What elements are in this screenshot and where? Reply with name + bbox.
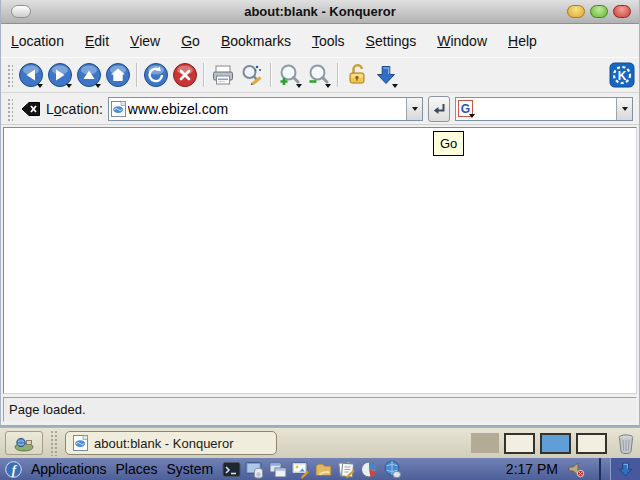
zoom-out-dropdown-arrow[interactable] xyxy=(325,84,331,88)
page-content-blank[interactable] xyxy=(3,127,637,394)
reload-button[interactable] xyxy=(141,61,170,90)
up-button[interactable] xyxy=(74,61,103,90)
lock-icon xyxy=(344,62,370,88)
workspace-pager xyxy=(471,433,607,454)
search-dropdown-button[interactable] xyxy=(616,98,632,120)
print-button[interactable] xyxy=(208,61,237,90)
toolbar-drag-handle[interactable] xyxy=(6,63,13,87)
menu-window[interactable]: Window xyxy=(437,33,487,49)
back-dropdown-arrow[interactable] xyxy=(37,84,43,88)
page-favicon-icon xyxy=(111,101,126,117)
forward-dropdown-arrow[interactable] xyxy=(66,84,72,88)
reload-icon xyxy=(143,62,169,88)
minimize-button[interactable] xyxy=(567,5,585,18)
menu-edit[interactable]: Edit xyxy=(85,33,109,49)
menu-view[interactable]: View xyxy=(130,33,160,49)
panel-separator xyxy=(599,458,601,480)
blue-down-arrow-icon xyxy=(616,460,635,479)
url-dropdown-button[interactable] xyxy=(406,98,422,120)
close-button[interactable] xyxy=(613,5,631,18)
menu-places[interactable]: Places xyxy=(116,461,158,477)
home-button[interactable] xyxy=(103,61,132,90)
window-title: about:blank - Konqueror xyxy=(1,4,639,19)
disk-usage-icon[interactable] xyxy=(360,460,379,479)
enter-arrow-icon xyxy=(431,101,447,117)
home-icon xyxy=(105,62,131,88)
taskbar: about:blank - Konqueror xyxy=(0,427,640,458)
clear-location-button[interactable] xyxy=(21,101,41,117)
task-button-label: about:blank - Konqueror xyxy=(94,436,233,451)
download-dropdown-arrow[interactable] xyxy=(392,84,398,88)
file-manager-icon[interactable] xyxy=(314,460,333,479)
locationbar-drag-handle[interactable] xyxy=(6,97,13,121)
menu-system[interactable]: System xyxy=(167,461,214,477)
statusbar: Page loaded. xyxy=(3,397,637,422)
search-input[interactable] xyxy=(474,99,616,119)
workspace-3-active[interactable] xyxy=(540,433,571,454)
svg-text:K: K xyxy=(618,69,627,83)
kde-gear-icon[interactable]: K xyxy=(609,62,635,88)
toolbar-separator xyxy=(203,63,204,87)
konqueror-task-icon xyxy=(73,435,88,451)
url-combobox[interactable] xyxy=(108,97,423,121)
up-dropdown-arrow[interactable] xyxy=(95,84,101,88)
chevron-down-icon xyxy=(412,107,418,111)
terminal-icon[interactable] xyxy=(222,460,241,479)
web-browser-icon[interactable] xyxy=(383,460,402,479)
search-engine-icon[interactable]: G xyxy=(458,100,473,117)
screenshot-tool-icon[interactable] xyxy=(291,460,310,479)
zoom-out-button[interactable] xyxy=(304,61,333,90)
find-button[interactable] xyxy=(237,61,266,90)
go-button[interactable] xyxy=(428,96,450,122)
show-desktop-icon xyxy=(14,435,34,452)
trash-icon[interactable] xyxy=(617,433,635,454)
toolbar-separator xyxy=(270,63,271,87)
go-button-tooltip: Go xyxy=(433,131,464,156)
gnome-panel: f Applications Places System 2:17 PM xyxy=(0,458,640,480)
text-editor-icon[interactable] xyxy=(337,460,356,479)
workspace-2[interactable] xyxy=(504,433,535,454)
maximize-button[interactable] xyxy=(590,5,608,18)
back-button[interactable] xyxy=(16,61,45,90)
status-text: Page loaded. xyxy=(9,402,86,417)
show-desktop-button[interactable] xyxy=(5,431,43,455)
konqueror-window: about:blank - Konqueror Location Edit Vi… xyxy=(0,0,640,427)
panel-corner-button[interactable] xyxy=(610,458,640,480)
download-button[interactable] xyxy=(371,61,400,90)
search-engine-dropdown-arrow[interactable] xyxy=(469,114,475,118)
menubar: Location Edit View Go Bookmarks Tools Se… xyxy=(1,24,639,57)
media-player-icon[interactable] xyxy=(245,460,264,479)
volume-muted-icon[interactable] xyxy=(567,461,585,478)
toolbar-separator xyxy=(136,63,137,87)
main-toolbar: K xyxy=(1,57,639,93)
menu-bookmarks[interactable]: Bookmarks xyxy=(221,33,291,49)
menu-go[interactable]: Go xyxy=(181,33,200,49)
clock[interactable]: 2:17 PM xyxy=(506,461,558,477)
stop-icon xyxy=(172,62,198,88)
titlebar[interactable]: about:blank - Konqueror xyxy=(1,0,639,24)
chevron-down-icon xyxy=(622,107,628,111)
fedora-logo-icon[interactable]: f xyxy=(5,461,22,478)
menu-help[interactable]: Help xyxy=(508,33,537,49)
url-input[interactable] xyxy=(126,99,406,119)
location-toolbar: Location: G xyxy=(1,93,639,125)
forward-button[interactable] xyxy=(45,61,74,90)
workspace-1[interactable] xyxy=(471,433,499,453)
panel-launchers xyxy=(222,460,402,479)
workspace-4[interactable] xyxy=(576,433,607,454)
location-label: Location: xyxy=(46,101,103,117)
stop-button[interactable] xyxy=(170,61,199,90)
task-button-konqueror[interactable]: about:blank - Konqueror xyxy=(65,431,277,455)
menu-tools[interactable]: Tools xyxy=(312,33,345,49)
print-icon xyxy=(210,62,236,88)
zoom-in-button[interactable] xyxy=(275,61,304,90)
tasklist-drag-handle[interactable] xyxy=(50,430,58,456)
window-list-icon[interactable] xyxy=(268,460,287,479)
toolbar-separator xyxy=(337,63,338,87)
zoom-in-dropdown-arrow[interactable] xyxy=(296,84,302,88)
menu-settings[interactable]: Settings xyxy=(366,33,417,49)
menu-location[interactable]: Location xyxy=(11,33,64,49)
search-combobox[interactable]: G xyxy=(455,97,633,121)
security-button[interactable] xyxy=(342,61,371,90)
menu-applications[interactable]: Applications xyxy=(31,461,107,477)
